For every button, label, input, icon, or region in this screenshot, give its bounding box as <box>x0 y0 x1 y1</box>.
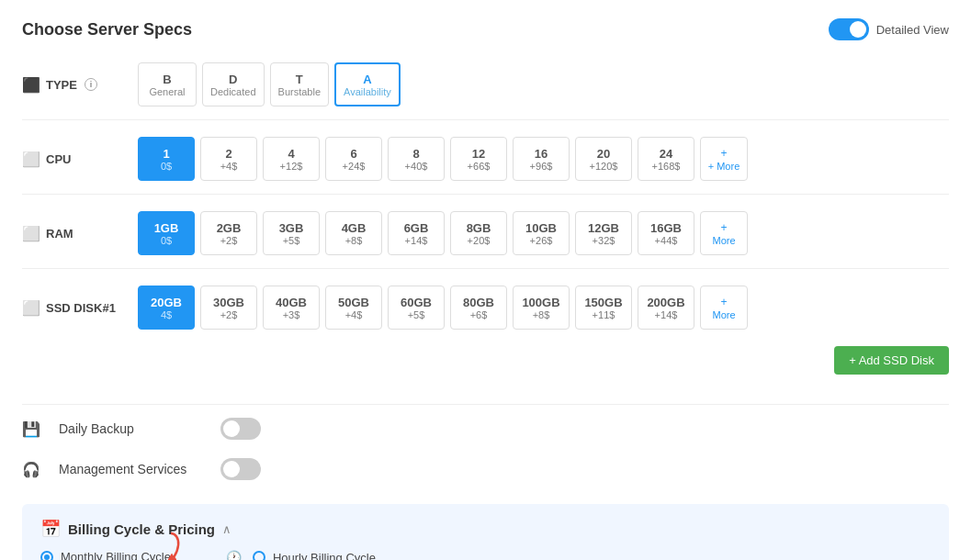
cpu-more-plus: + <box>720 147 727 160</box>
ram-option-16gb[interactable]: 16GB +44$ <box>638 211 694 255</box>
ram-option-2gb[interactable]: 2GB +2$ <box>200 211 257 255</box>
ram-more-button[interactable]: + More <box>700 211 748 255</box>
ssd-more-button[interactable]: + More <box>700 286 748 330</box>
ssd-option-200gb[interactable]: 200GB +14$ <box>638 286 694 330</box>
ssd-more-plus: + <box>720 296 727 308</box>
detailed-view-toggle[interactable] <box>829 18 869 40</box>
ssd-option-20gb[interactable]: 20GB 4$ <box>138 286 195 330</box>
ssd-section: ⬜ SSD DISK#1 20GB 4$ 30GB +2$ 40GB +3$ 5… <box>22 286 949 387</box>
cpu-option-16[interactable]: 16 +96$ <box>513 137 570 181</box>
ram-option-4gb[interactable]: 4GB +8$ <box>325 211 382 255</box>
ssd-label: ⬜ SSD DISK#1 <box>22 299 123 317</box>
daily-backup-row: 💾 Daily Backup <box>22 404 949 449</box>
management-services-toggle[interactable] <box>220 458 261 480</box>
billing-chevron-icon[interactable]: ∧ <box>222 522 231 536</box>
ram-options: 1GB 0$ 2GB +2$ 3GB +5$ 4GB +8$ 6GB +14 <box>138 211 748 255</box>
hourly-radio[interactable] <box>253 551 265 560</box>
ram-option-1gb[interactable]: 1GB 0$ <box>138 211 195 255</box>
ssd-option-40gb[interactable]: 40GB +3$ <box>263 286 320 330</box>
management-services-label: Management Services <box>59 462 206 476</box>
cpu-option-8[interactable]: 8 +40$ <box>388 137 445 181</box>
cpu-option-20[interactable]: 20 +120$ <box>575 137 632 181</box>
hourly-label: Hourly Billing Cycle <box>273 551 376 561</box>
cpu-option-24[interactable]: 24 +168$ <box>638 137 694 181</box>
ssd-option-150gb[interactable]: 150GB +11$ <box>575 286 632 330</box>
ram-section: ⬜ RAM 1GB 0$ 2GB +2$ 3GB +5$ 4GB +8 <box>22 211 949 269</box>
cpu-label: ⬜ CPU <box>22 151 123 168</box>
cpu-option-2[interactable]: 2 +4$ <box>200 137 257 181</box>
cpu-option-1[interactable]: 1 0$ <box>138 137 195 181</box>
disk-icon: ⬜ <box>22 299 40 317</box>
page-title: Choose Server Specs <box>22 20 192 39</box>
cpu-more-label: + More <box>708 161 740 172</box>
type-options: B General D Dedicated T Burstable A Avai… <box>138 62 401 106</box>
ssd-more-label: More <box>712 309 735 320</box>
detailed-view-toggle-row: Detailed View <box>829 18 949 40</box>
detailed-view-label: Detailed View <box>876 23 949 37</box>
ram-option-3gb[interactable]: 3GB +5$ <box>263 211 320 255</box>
ssd-options: 20GB 4$ 30GB +2$ 40GB +3$ 50GB +4$ 60GB <box>138 286 748 330</box>
ssd-option-80gb[interactable]: 80GB +6$ <box>450 286 507 330</box>
ram-more-plus: + <box>720 221 727 234</box>
monthly-billing-option: Monthly Billing Cycle Price: 4$/month <box>40 550 171 560</box>
ram-option-8gb[interactable]: 8GB +20$ <box>450 211 507 255</box>
add-ssd-disk-button[interactable]: + Add SSD Disk <box>834 346 949 375</box>
server-icon: ⬛ <box>22 76 40 94</box>
hourly-billing-option: 🕐 Hourly Billing Cycle Price when Powere… <box>226 550 537 560</box>
monthly-radio[interactable] <box>40 551 53 561</box>
ram-option-12gb[interactable]: 12GB +32$ <box>575 211 632 255</box>
cpu-option-4[interactable]: 4 +12$ <box>263 137 320 181</box>
clock-icon: 🕐 <box>226 550 242 560</box>
hourly-billing-row: 🕐 Hourly Billing Cycle <box>226 550 537 560</box>
billing-section: 📅 Billing Cycle & Pricing ∧ Monthly Bill… <box>22 504 949 560</box>
cpu-more-button[interactable]: + + More <box>700 137 748 181</box>
ssd-option-30gb[interactable]: 30GB +2$ <box>200 286 257 330</box>
cpu-option-12[interactable]: 12 +66$ <box>450 137 507 181</box>
daily-backup-label: Daily Backup <box>59 421 206 436</box>
cpu-section: ⬜ CPU 1 0$ 2 +4$ 4 +12$ 6 +24$ <box>22 137 949 195</box>
red-arrow-indicator <box>134 529 189 560</box>
ram-icon: ⬜ <box>22 225 40 242</box>
daily-backup-toggle[interactable] <box>220 418 261 440</box>
page-header: Choose Server Specs Detailed View <box>22 18 949 40</box>
ram-more-label: More <box>712 235 735 246</box>
backup-icon: 💾 <box>22 420 44 438</box>
type-option-d[interactable]: D Dedicated <box>202 62 265 106</box>
billing-options: Monthly Billing Cycle Price: 4$/month <box>40 550 931 560</box>
type-label: ⬛ TYPE i <box>22 76 123 94</box>
cpu-options: 1 0$ 2 +4$ 4 +12$ 6 +24$ 8 +40$ <box>138 137 748 181</box>
calendar-icon: 📅 <box>40 519 61 539</box>
type-option-a[interactable]: A Availability <box>334 62 401 106</box>
management-icon: 🎧 <box>22 461 44 478</box>
ssd-option-50gb[interactable]: 50GB +4$ <box>325 286 382 330</box>
type-info-icon[interactable]: i <box>85 78 97 91</box>
type-option-b[interactable]: B General <box>138 62 197 106</box>
ram-label: ⬜ RAM <box>22 225 123 242</box>
ram-option-6gb[interactable]: 6GB +14$ <box>388 211 445 255</box>
ssd-option-60gb[interactable]: 60GB +5$ <box>388 286 445 330</box>
ram-option-10gb[interactable]: 10GB +26$ <box>513 211 570 255</box>
cpu-option-6[interactable]: 6 +24$ <box>325 137 382 181</box>
type-section: ⬛ TYPE i B General D Dedicated T Burstab… <box>22 62 949 120</box>
ssd-option-100gb[interactable]: 100GB +8$ <box>513 286 570 330</box>
management-services-row: 🎧 Management Services <box>22 449 949 489</box>
cpu-icon: ⬜ <box>22 151 40 168</box>
type-option-t[interactable]: T Burstable <box>270 62 329 106</box>
